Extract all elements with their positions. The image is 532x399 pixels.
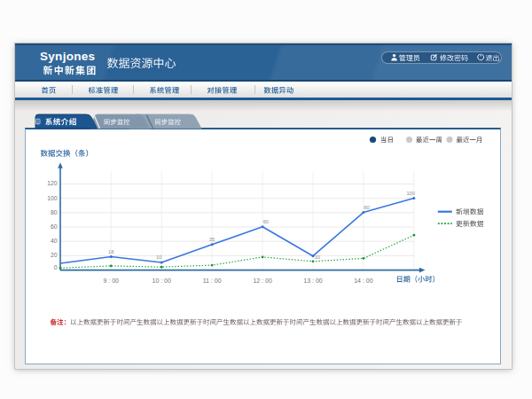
svg-text:40: 40: [51, 238, 58, 244]
svg-text:14 : 00: 14 : 00: [354, 278, 373, 284]
svg-text:10 : 00: 10 : 00: [152, 278, 171, 284]
svg-text:35: 35: [209, 237, 215, 242]
svg-text:11 : 00: 11 : 00: [203, 278, 222, 284]
svg-text:100: 100: [406, 191, 415, 196]
svg-text:20: 20: [51, 252, 58, 258]
svg-text:60: 60: [263, 219, 269, 224]
svg-text:120: 120: [47, 180, 58, 186]
svg-text:9 : 00: 9 : 00: [103, 278, 119, 284]
svg-text:10: 10: [156, 254, 161, 260]
svg-text:12 : 00: 12 : 00: [253, 278, 272, 284]
svg-text:13 : 00: 13 : 00: [303, 278, 323, 284]
svg-text:100: 100: [47, 195, 58, 201]
svg-text:10: 10: [315, 254, 320, 260]
svg-text:80: 80: [364, 205, 369, 210]
svg-text:80: 80: [51, 209, 58, 215]
svg-text:60: 60: [51, 223, 58, 230]
svg-text:18: 18: [108, 249, 113, 254]
svg-text:0: 0: [54, 264, 58, 270]
